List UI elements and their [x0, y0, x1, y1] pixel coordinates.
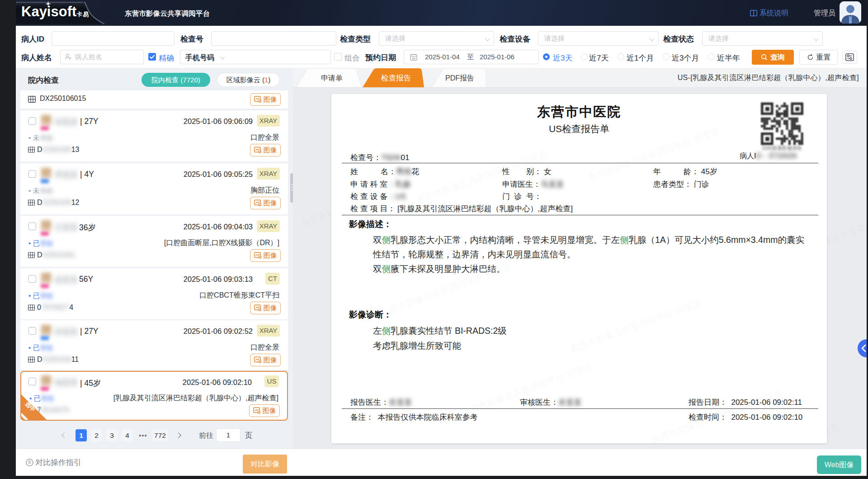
svg-text:检查报告: 检查报告 [381, 74, 411, 82]
svg-text:申请单: 申请单 [321, 74, 343, 82]
svg-text:PDF报告: PDF报告 [445, 74, 474, 82]
